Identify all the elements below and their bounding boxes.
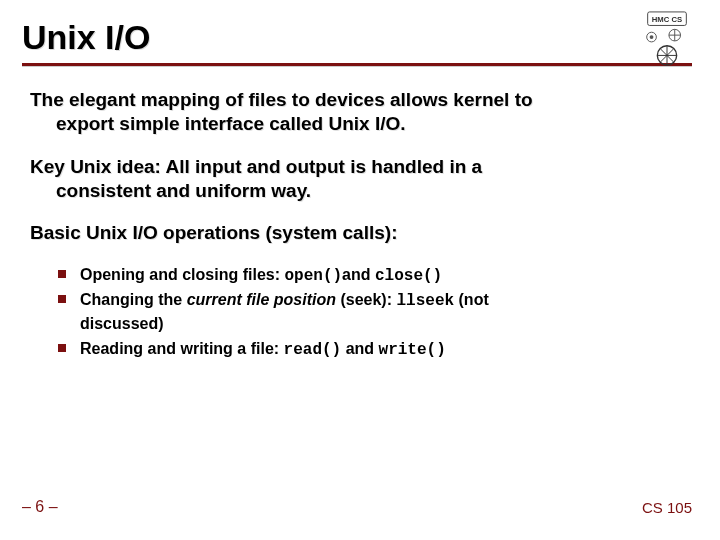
b3-code-read: read() — [284, 341, 342, 359]
paragraph-2: Key Unix idea: All input and output is h… — [22, 155, 692, 204]
course-label: CS 105 — [642, 499, 692, 516]
b2-text-mid: (seek): — [336, 291, 396, 308]
b2-cont: discussed) — [80, 315, 164, 332]
para2-line2: consistent and uniform way. — [30, 179, 692, 203]
bullet-1: Opening and closing files: open()and clo… — [80, 264, 692, 288]
b3-text-mid: and — [341, 340, 378, 357]
logo-text: HMC CS — [652, 15, 682, 24]
paragraph-1: The elegant mapping of files to devices … — [22, 88, 692, 137]
page-number: – 6 – — [22, 498, 58, 516]
para2-line1: Key Unix idea: All input and output is h… — [30, 156, 482, 177]
paragraph-3: Basic Unix I/O operations (system calls)… — [22, 221, 692, 245]
b2-emph: current file position — [187, 291, 336, 308]
b2-code: llseek — [396, 292, 454, 310]
b1-code-open: open() — [284, 267, 342, 285]
b3-code-write: write() — [379, 341, 446, 359]
b1-text-pre: Opening and closing files: — [80, 266, 284, 283]
b1-text-mid: and — [342, 266, 375, 283]
slide-title: Unix I/O — [22, 18, 692, 57]
b2-text-post: (not — [454, 291, 489, 308]
svg-point-2 — [650, 35, 654, 39]
b3-text-pre: Reading and writing a file: — [80, 340, 284, 357]
para1-line1: The elegant mapping of files to devices … — [30, 89, 533, 110]
bullet-2: Changing the current file position (seek… — [80, 289, 692, 335]
b1-code-close: close() — [375, 267, 442, 285]
hmc-cs-logo: HMC CS — [638, 10, 696, 68]
b2-text-pre: Changing the — [80, 291, 187, 308]
title-underline — [22, 63, 692, 66]
para1-line2: export simple interface called Unix I/O. — [30, 112, 692, 136]
bullet-list: Opening and closing files: open()and clo… — [22, 264, 692, 362]
bullet-3: Reading and writing a file: read() and w… — [80, 338, 692, 362]
slide: HMC CS Unix I/O The elegant mapping of f… — [0, 0, 720, 540]
